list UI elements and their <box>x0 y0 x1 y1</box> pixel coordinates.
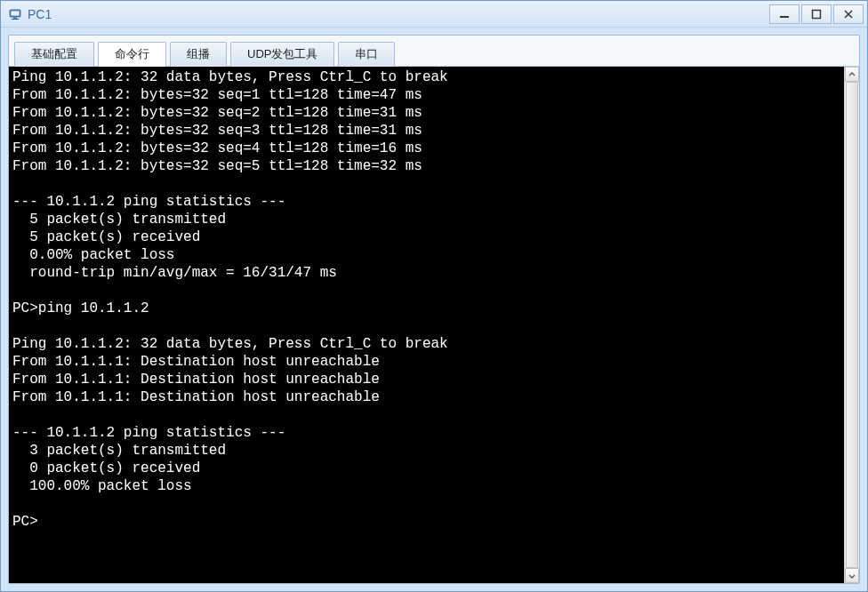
maximize-button[interactable] <box>801 4 832 24</box>
svg-rect-5 <box>813 10 821 18</box>
tab-multicast[interactable]: 组播 <box>170 42 227 67</box>
tab-udp-tool[interactable]: UDP发包工具 <box>230 42 334 67</box>
window-title: PC1 <box>28 7 768 21</box>
maximize-icon <box>811 9 822 20</box>
client-area: 基础配置 命令行 组播 UDP发包工具 串口 Ping 10.1.1.2: 32… <box>1 28 867 591</box>
tab-command-line[interactable]: 命令行 <box>98 42 166 67</box>
minimize-button[interactable] <box>769 4 800 24</box>
scrollbar-track[interactable] <box>845 82 859 568</box>
close-button[interactable] <box>833 4 864 24</box>
scroll-down-button[interactable] <box>845 568 859 583</box>
tab-basic-config[interactable]: 基础配置 <box>14 42 94 67</box>
terminal-container: Ping 10.1.1.2: 32 data bytes, Press Ctrl… <box>9 67 859 583</box>
content-frame: 基础配置 命令行 组播 UDP发包工具 串口 Ping 10.1.1.2: 32… <box>8 35 860 584</box>
svg-rect-1 <box>12 11 20 15</box>
scrollbar[interactable] <box>844 67 859 583</box>
window-controls <box>768 4 864 24</box>
minimize-icon <box>779 9 790 20</box>
tab-bar: 基础配置 命令行 组播 UDP发包工具 串口 <box>9 36 859 67</box>
scroll-up-button[interactable] <box>845 67 859 82</box>
titlebar[interactable]: PC1 <box>1 1 867 28</box>
close-icon <box>843 9 854 20</box>
svg-rect-4 <box>780 16 789 18</box>
scrollbar-thumb[interactable] <box>846 82 858 568</box>
tab-serial[interactable]: 串口 <box>338 42 395 67</box>
app-window: PC1 基础配置 命令行 组播 UDP发包工具 串口 Ping 10.1.1.2 <box>0 0 868 592</box>
app-icon <box>8 7 22 21</box>
chevron-down-icon <box>848 572 856 580</box>
svg-rect-2 <box>13 17 17 19</box>
terminal-output[interactable]: Ping 10.1.1.2: 32 data bytes, Press Ctrl… <box>9 67 844 583</box>
svg-rect-3 <box>12 19 19 20</box>
chevron-up-icon <box>848 71 856 78</box>
